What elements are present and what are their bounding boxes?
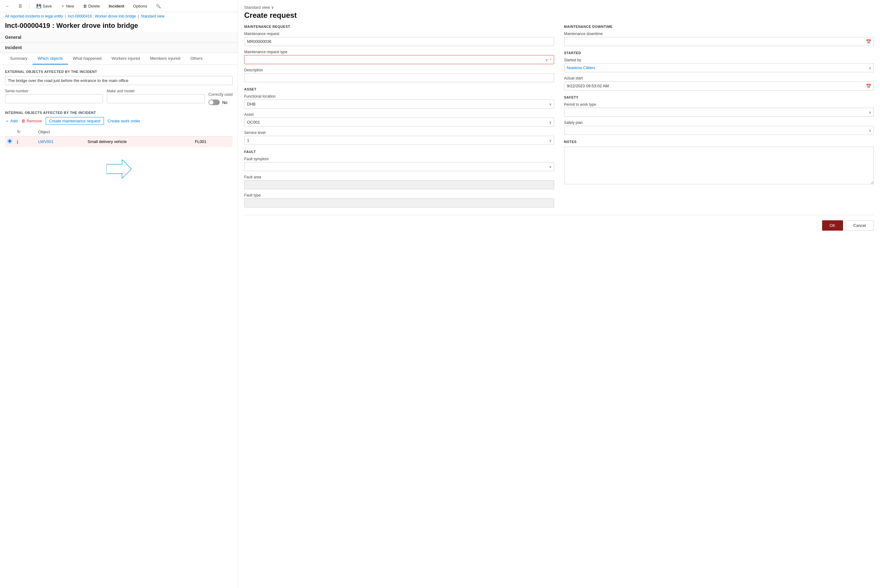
- fault-type-input[interactable]: [244, 198, 554, 207]
- form-right-col: MAINTENANCE DOWNTIME Maintenance downtim…: [564, 25, 874, 213]
- functional-location-select-wrap: DHB ∨: [244, 99, 554, 109]
- description-label: Description: [244, 68, 554, 72]
- permit-to-work-select-wrap: ∨: [564, 108, 874, 117]
- description-input[interactable]: [244, 73, 554, 82]
- create-request-form: MAINTENANCE REQUEST Maintenance request …: [244, 25, 874, 213]
- bottom-bar: OK Cancel: [244, 215, 874, 231]
- maintenance-request-type-select-wrap: * ∨: [244, 55, 554, 64]
- maintenance-request-section: MAINTENANCE REQUEST Maintenance request …: [244, 25, 554, 82]
- table-col-refresh: ↻: [14, 128, 36, 136]
- new-icon: ＋: [61, 3, 65, 9]
- actual-start-field: Actual start 📅: [564, 76, 874, 90]
- ok-button[interactable]: OK: [822, 220, 843, 231]
- maintenance-downtime-date-wrap: 📅: [564, 37, 874, 46]
- correctly-used-toggle[interactable]: [209, 99, 220, 105]
- tab-workers-injured[interactable]: Workers injured: [107, 53, 145, 64]
- tab-summary[interactable]: Summary: [5, 53, 33, 64]
- asset-field: Asset OC001 ∨: [244, 112, 554, 127]
- create-work-order-button[interactable]: Create work order: [108, 118, 140, 123]
- table-row[interactable]: | LWV001 Small delivery vehicle FL001: [5, 136, 233, 147]
- maintenance-downtime-input[interactable]: [564, 37, 874, 46]
- table-row-id: LWV001: [36, 136, 85, 147]
- started-by-field: Started by Noelene Cilliers ∨: [564, 58, 874, 72]
- new-button[interactable]: ＋ New: [59, 2, 76, 10]
- refresh-icon[interactable]: ↻: [17, 129, 21, 134]
- add-button[interactable]: ＋ Add: [5, 118, 18, 124]
- table-row-description: Small delivery vehicle: [85, 136, 192, 147]
- maintenance-downtime-label: Maintenance downtime: [564, 32, 874, 36]
- safety-plan-label: Safety plan: [564, 120, 874, 125]
- actual-start-label: Actual start: [564, 76, 874, 80]
- search-button[interactable]: 🔍: [154, 3, 163, 10]
- external-description-row: The bridge over the road just before the…: [5, 76, 233, 85]
- started-by-select[interactable]: Noelene Cilliers: [564, 63, 874, 72]
- cancel-button[interactable]: Cancel: [845, 220, 874, 231]
- maintenance-downtime-field: Maintenance downtime 📅: [564, 32, 874, 46]
- fault-type-field: Fault type: [244, 193, 554, 207]
- make-model-input[interactable]: [107, 94, 205, 103]
- serial-number-label: Serial number: [5, 89, 103, 93]
- tab-others[interactable]: Others: [185, 53, 207, 64]
- fault-section-title: FAULT: [244, 150, 554, 154]
- breadcrumb-sep-1: |: [65, 14, 66, 18]
- calendar-icon[interactable]: 📅: [866, 39, 871, 44]
- tab-what-happened[interactable]: What happened: [68, 53, 107, 64]
- create-maintenance-request-button[interactable]: Create maintenance request: [46, 117, 104, 125]
- standard-view-toggle[interactable]: Standard view ∨: [244, 5, 274, 10]
- started-section: STARTED Started by Noelene Cilliers ∨ Ac…: [564, 51, 874, 90]
- fault-section: FAULT Fault symptom ∨ Fault area Fau: [244, 150, 554, 207]
- breadcrumb-link-2[interactable]: Inct-00000419 : Worker drove into bridge: [68, 14, 136, 18]
- table-col-object: Object: [36, 128, 85, 136]
- external-fields-row: Serial number Make and model Correctly u…: [5, 89, 233, 107]
- left-panel: ← ☰ 💾 Save ＋ New 🗑 Delete Incident Optio…: [0, 0, 238, 588]
- remove-button[interactable]: 🗑 Remove: [21, 118, 42, 123]
- correctly-used-toggle-wrap: No: [209, 98, 233, 107]
- tab-members-injured[interactable]: Members injured: [145, 53, 185, 64]
- back-button[interactable]: ←: [4, 3, 12, 10]
- functional-location-field: Functional location DHB ∨: [244, 94, 554, 109]
- fault-area-label: Fault area: [244, 175, 554, 179]
- fault-symptom-field: Fault symptom ∨: [244, 157, 554, 171]
- table-row-radio-cell: [5, 136, 14, 147]
- options-button[interactable]: Options: [131, 3, 149, 10]
- service-level-select[interactable]: 1: [244, 136, 554, 145]
- safety-plan-select[interactable]: [564, 126, 874, 135]
- incident-section-header: Incident: [0, 42, 237, 53]
- maintenance-request-input[interactable]: [244, 37, 554, 46]
- svg-marker-0: [107, 160, 132, 178]
- action-bar: ＋ Add 🗑 Remove Create maintenance reques…: [5, 117, 233, 125]
- maintenance-downtime-section-title: MAINTENANCE DOWNTIME: [564, 25, 874, 28]
- table-row-marker: |: [14, 136, 36, 147]
- permit-to-work-field: Permit to work type ∨: [564, 102, 874, 117]
- fault-type-label: Fault type: [244, 193, 554, 198]
- breadcrumb-link-1[interactable]: All reported incidents in legal entity: [5, 14, 63, 18]
- actual-start-input[interactable]: [564, 81, 874, 90]
- delete-button[interactable]: 🗑 Delete: [81, 3, 102, 10]
- content-area: EXTERNAL OBJECTS AFFECTED BY THE INCIDEN…: [0, 65, 237, 196]
- notes-textarea[interactable]: [564, 147, 874, 184]
- breadcrumb-link-3[interactable]: Standard view: [141, 14, 165, 18]
- plus-icon: ＋: [5, 118, 9, 124]
- asset-select[interactable]: OC001: [244, 118, 554, 127]
- menu-button[interactable]: ☰: [17, 3, 24, 10]
- fault-area-input[interactable]: [244, 180, 554, 189]
- incident-button[interactable]: Incident: [107, 3, 126, 10]
- functional-location-select[interactable]: DHB: [244, 99, 554, 109]
- save-button[interactable]: 💾 Save: [35, 3, 54, 10]
- maintenance-request-type-select[interactable]: [244, 55, 554, 64]
- service-level-field: Service level 1 ∨: [244, 130, 554, 145]
- actual-start-date-wrap: 📅: [564, 81, 874, 90]
- table-col-empty1: [85, 128, 192, 136]
- serial-number-field: Serial number: [5, 89, 103, 103]
- maintenance-request-label: Maintenance request: [244, 32, 554, 36]
- tab-which-objects[interactable]: Which objects: [33, 53, 68, 64]
- fault-symptom-select[interactable]: [244, 162, 554, 171]
- safety-section-title: SAFETY: [564, 96, 874, 99]
- permit-to-work-select[interactable]: [564, 108, 874, 117]
- table-row-radio[interactable]: [8, 139, 12, 143]
- description-field: Description: [244, 68, 554, 82]
- calendar-icon[interactable]: 📅: [866, 84, 871, 88]
- serial-number-input[interactable]: [5, 94, 103, 103]
- menu-icon: ☰: [18, 4, 22, 9]
- asset-label: Asset: [244, 112, 554, 117]
